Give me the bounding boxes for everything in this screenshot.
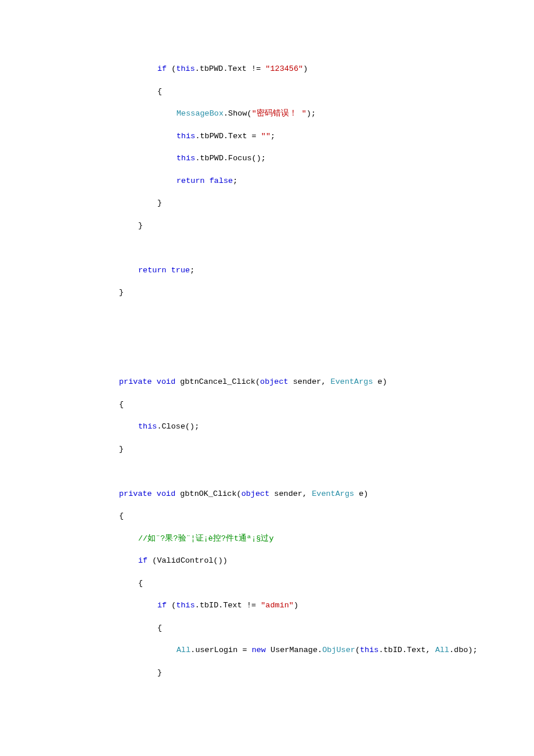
code-token: .tbID.Text, [378,646,435,654]
code-line: } [0,282,534,304]
code-token: { [138,579,143,588]
code-token: e) [354,489,368,498]
code-line [0,349,534,372]
code-token: MessageBox [176,109,223,118]
code-token: new [252,646,266,654]
code-token: ; [190,266,194,275]
code-token: ); [306,109,316,118]
code-token: .Close(); [157,422,199,431]
code-token: ; [233,177,237,185]
code-token [152,377,157,386]
code-token: } [157,668,162,677]
code-line: } [0,662,534,685]
code-line: return true; [0,260,534,282]
code-token: ( [167,64,176,73]
code-token: { [119,512,124,520]
code-line: if (this.tbPWD.Text != "123456") [0,58,534,81]
code-token: All [176,646,190,654]
code-token: void [157,377,175,386]
code-token: } [119,445,124,453]
code-token: ObjUser [322,646,355,654]
code-line: { [0,573,534,595]
code-token: this [360,646,378,654]
code-token: { [119,400,124,409]
code-line: { [0,617,534,640]
code-token: private [119,377,152,386]
code-token: { [157,624,162,632]
code-token: .tbPWD.Text = [195,132,261,141]
code-token: sender, [269,489,312,498]
code-token: ( [355,646,360,654]
code-token: object [260,377,288,386]
code-token: EventArgs [312,489,354,498]
code-token: object [241,489,270,498]
code-line: if (ValidControl()) [0,550,534,573]
code-line: { [0,505,534,528]
code-token: if [157,601,167,610]
code-token: "123456" [265,64,303,73]
code-token: "admin" [261,601,294,610]
code-token: this [176,64,194,73]
code-document: if (this.tbPWD.Text != "123456"){Message… [0,0,534,742]
code-token: sender, [288,377,331,386]
code-token: ) [303,64,308,73]
code-token: return [176,177,205,185]
code-line: return false; [0,170,534,193]
code-token: .tbPWD.Focus(); [195,154,266,163]
code-line: //如¨?果?验¨¦证¡è控?件t通ª¡§过y [0,528,534,550]
code-line: } [0,438,534,461]
code-token [205,177,210,185]
code-token: void [157,489,175,498]
code-token: ( [167,601,176,610]
code-line: } [0,215,534,237]
code-token: } [138,221,143,230]
code-line: { [0,394,534,416]
code-token: } [157,199,162,207]
code-line [0,460,534,483]
code-token: //如¨?果?验¨¦证¡è控?件t通ª¡§过y [138,534,274,543]
code-token: if [138,556,147,565]
code-token: this [176,601,194,610]
code-token: false [210,177,233,185]
code-line: this.Close(); [0,416,534,438]
code-token: { [157,87,162,96]
code-token: All [435,646,449,654]
code-token: .tbID.Text != [195,601,261,610]
code-token: .userLogin = [190,646,251,654]
code-token: } [119,288,124,297]
code-line [0,237,534,260]
code-token: this [138,422,157,431]
code-line [0,326,534,349]
code-line: private void gbtnOK_Click(object sender,… [0,483,534,506]
code-line: } [0,192,534,215]
code-token: EventArgs [331,377,373,386]
code-line: MessageBox.Show("密码错误！ "); [0,103,534,125]
code-line: All.userLogin = new UserManage.ObjUser(t… [0,639,534,662]
code-token [152,489,157,498]
code-token: gbtnCancel_Click( [175,377,260,386]
code-line [0,304,534,327]
code-token: (ValidControl()) [147,556,228,565]
code-token: .dbo); [449,646,478,654]
code-token: this [176,154,195,163]
code-line: if (this.tbID.Text != "admin") [0,595,534,617]
code-token: .Show( [223,109,252,118]
code-token: private [119,489,152,498]
code-token: gbtnOK_Click( [175,489,241,498]
code-token: "密码错误！ " [252,109,306,118]
code-token: return [138,266,167,275]
code-token: this [176,132,195,141]
code-token: if [157,64,167,73]
code-token: "" [261,132,270,141]
code-token: e) [373,377,387,386]
code-line: this.tbPWD.Focus(); [0,147,534,170]
code-line: { [0,81,534,103]
code-token: true [171,266,190,275]
code-token: .tbPWD.Text != [195,64,266,73]
code-token: ) [294,601,298,610]
code-token [167,266,171,275]
code-token: UserManage. [266,646,322,654]
code-line: private void gbtnCancel_Click(object sen… [0,371,534,394]
code-token: ; [270,132,275,141]
code-line: this.tbPWD.Text = ""; [0,125,534,148]
